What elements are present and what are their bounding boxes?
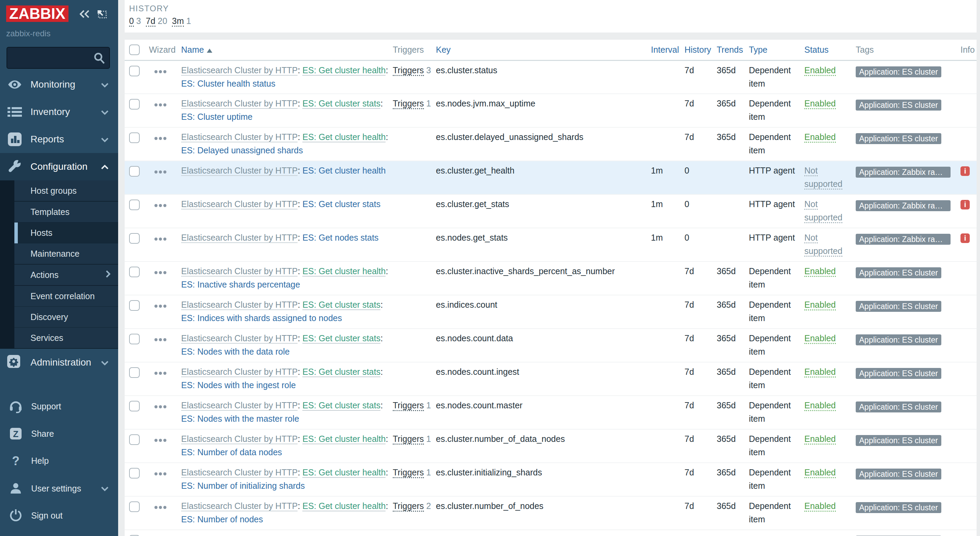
svg-text:Z: Z xyxy=(13,429,19,439)
svg-text:?: ? xyxy=(12,454,19,468)
